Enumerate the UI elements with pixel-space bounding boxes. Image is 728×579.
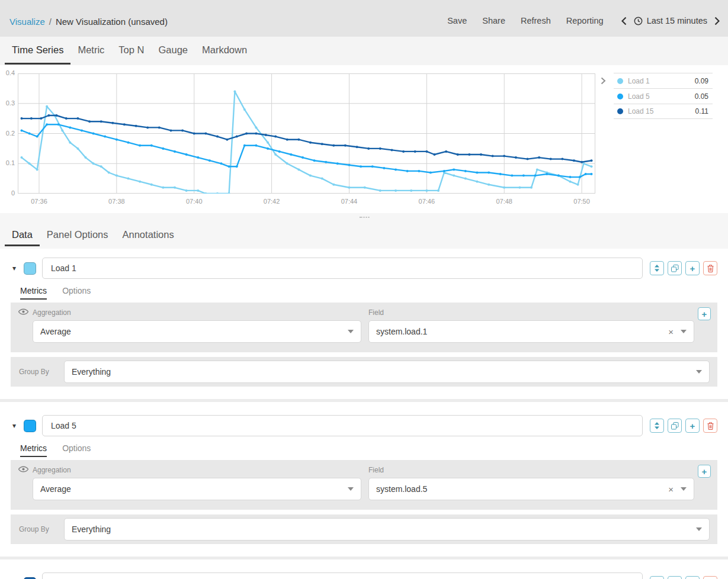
reorder-series-button[interactable] <box>650 419 664 433</box>
series-label-input[interactable] <box>42 572 643 579</box>
tab-markdown[interactable]: Markdown <box>195 37 254 65</box>
share-button[interactable]: Share <box>482 16 505 25</box>
tab-options[interactable]: Options <box>62 286 91 300</box>
chevron-down-icon <box>348 487 354 491</box>
tab-options[interactable]: Options <box>62 443 91 457</box>
clone-series-button[interactable] <box>668 576 682 579</box>
breadcrumb-visualize-link[interactable]: Visualize <box>9 17 45 27</box>
legend-dot <box>617 94 623 99</box>
metrics-panel: + Aggregation Field Average system.load.… <box>11 303 717 352</box>
chevron-down-icon <box>348 330 354 333</box>
legend-dot <box>617 78 623 84</box>
clear-field-icon[interactable]: × <box>668 484 674 494</box>
clone-series-button[interactable] <box>668 261 682 275</box>
legend-label: Load 5 <box>628 92 690 101</box>
chevron-down-icon <box>681 487 687 491</box>
add-series-button[interactable]: + <box>685 576 700 579</box>
tab-metric[interactable]: Metric <box>70 37 111 65</box>
reorder-series-button[interactable] <box>650 261 664 275</box>
breadcrumb-separator: / <box>49 17 52 27</box>
x-tick-label: 07:44 <box>341 198 358 205</box>
field-select[interactable]: system.load.1 × <box>368 320 694 343</box>
series-block: ▾ + <box>11 572 717 579</box>
save-button[interactable]: Save <box>447 16 467 25</box>
clear-field-icon[interactable]: × <box>668 327 674 337</box>
metrics-panel: + Aggregation Field Average system.load.… <box>11 460 717 510</box>
tab-gauge[interactable]: Gauge <box>151 37 195 65</box>
delete-series-button[interactable] <box>703 261 717 275</box>
x-tick-label: 07:36 <box>31 198 47 205</box>
aggregation-select[interactable]: Average <box>33 478 361 500</box>
add-series-button[interactable]: + <box>685 419 700 433</box>
legend-item[interactable]: Load 15 0.11 <box>614 104 713 119</box>
reorder-series-button[interactable] <box>650 576 664 579</box>
legend-label: Load 1 <box>628 77 690 85</box>
x-tick-label: 07:48 <box>496 198 512 205</box>
chevron-down-icon <box>696 527 702 531</box>
add-metric-button[interactable]: + <box>698 307 711 320</box>
aggregation-value: Average <box>40 327 348 336</box>
reporting-button[interactable]: Reporting <box>566 16 604 25</box>
series-label-input[interactable] <box>42 258 643 279</box>
tab-annotations[interactable]: Annotations <box>116 229 181 249</box>
x-tick-label: 07:42 <box>264 198 280 205</box>
legend-collapse-icon[interactable] <box>601 76 606 87</box>
y-tick-label: 0.2 <box>0 130 15 137</box>
tab-metrics[interactable]: Metrics <box>20 286 47 300</box>
time-back-icon[interactable] <box>621 17 627 25</box>
legend-label: Load 15 <box>628 107 691 115</box>
plot-area[interactable] <box>18 73 595 194</box>
legend-dot <box>617 108 623 114</box>
timeseries-chart: 00.10.20.30.4 07:3607:3807:4007:4207:440… <box>0 65 728 213</box>
vis-type-tabbar: Time Series Metric Top N Gauge Markdown <box>0 37 728 65</box>
field-value: system.load.1 <box>376 327 668 336</box>
group-by-panel: Group By Everything <box>11 514 717 544</box>
x-tick-label: 07:46 <box>419 198 435 205</box>
series-divider <box>0 399 728 402</box>
series-label-input[interactable] <box>42 415 643 436</box>
tab-metrics[interactable]: Metrics <box>20 443 47 457</box>
legend-item[interactable]: Load 1 0.09 <box>614 73 713 88</box>
timepicker-label: Last 15 minutes <box>647 16 707 25</box>
y-tick-label: 0.1 <box>0 159 15 166</box>
eye-icon[interactable] <box>18 466 28 472</box>
group-by-select[interactable]: Everything <box>64 361 710 383</box>
tab-panel-options[interactable]: Panel Options <box>40 229 116 249</box>
tab-data[interactable]: Data <box>5 229 40 249</box>
add-metric-button[interactable]: + <box>698 465 711 478</box>
page-title: New Visualization (unsaved) <box>56 17 168 27</box>
x-tick-label: 07:40 <box>186 198 203 205</box>
series-block: ▾ + Metrics Options + Aggregation Field <box>11 415 717 544</box>
aggregation-value: Average <box>40 484 348 494</box>
group-by-select[interactable]: Everything <box>64 518 710 541</box>
series-color-swatch[interactable] <box>24 262 36 275</box>
delete-series-button[interactable] <box>703 419 717 433</box>
resize-handle[interactable] <box>359 217 369 218</box>
timepicker-toggle[interactable]: Last 15 minutes <box>634 16 707 25</box>
series-color-swatch[interactable] <box>24 420 36 432</box>
tab-time-series[interactable]: Time Series <box>5 37 70 65</box>
legend-value: 0.09 <box>695 77 708 85</box>
y-tick-label: 0.4 <box>0 69 15 76</box>
collapse-caret-icon[interactable]: ▾ <box>11 422 18 430</box>
time-forward-icon[interactable] <box>714 17 720 25</box>
eye-icon[interactable] <box>18 308 28 315</box>
legend-item[interactable]: Load 5 0.05 <box>614 88 713 104</box>
series-editor: ▾ + Metrics Options + Aggregation Field <box>0 258 728 579</box>
series-color-swatch[interactable] <box>24 577 36 579</box>
group-by-panel: Group By Everything <box>11 357 717 387</box>
tab-top-n[interactable]: Top N <box>111 37 151 65</box>
collapse-caret-icon[interactable]: ▾ <box>11 264 18 272</box>
field-select[interactable]: system.load.5 × <box>368 478 694 500</box>
delete-series-button[interactable] <box>703 576 717 579</box>
refresh-button[interactable]: Refresh <box>521 16 551 25</box>
legend-value: 0.05 <box>695 92 708 101</box>
aggregation-select[interactable]: Average <box>33 320 361 343</box>
field-label: Field <box>368 308 384 317</box>
timepicker: Last 15 minutes <box>621 16 720 25</box>
chevron-down-icon <box>696 370 702 374</box>
clone-series-button[interactable] <box>668 419 682 433</box>
series-block: ▾ + Metrics Options + Aggregation Field <box>11 258 717 387</box>
group-by-label: Group By <box>19 525 56 533</box>
add-series-button[interactable]: + <box>685 261 700 275</box>
